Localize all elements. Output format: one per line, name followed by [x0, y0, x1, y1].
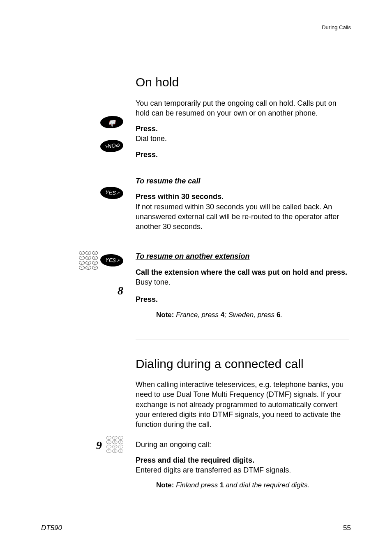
header-section: During Calls: [322, 24, 351, 31]
subhead-resume-other: To resume on another extension: [136, 251, 349, 261]
r-button-icon: 📖R: [41, 116, 123, 128]
keypad-icon: 123 456 789 *0#: [79, 251, 98, 270]
main-content: On hold You can temporarily put the ongo…: [136, 74, 349, 490]
yes-button-icon: YES↗: [100, 253, 124, 267]
resume-other-step1-bold: Call the extension where the call was pu…: [136, 267, 349, 277]
dialing-intro: When calling interactive teleservices, e…: [136, 380, 349, 429]
dialing-text: Entered digits are transferred as DTMF s…: [136, 465, 349, 475]
keypad-icon: 123 456 789 *0#: [106, 436, 123, 453]
note-dialing: Note: Finland press 1 and dial the requi…: [156, 481, 349, 490]
footer-model: DT590: [41, 524, 62, 533]
heading-dialing: Dialing during a connected call: [136, 356, 349, 373]
digit-8-icon: 8: [41, 283, 123, 299]
step-press-1: Press.: [136, 124, 349, 134]
no-button-icon: ↘NO⏻: [41, 140, 123, 152]
resume-bold: Press within 30 seconds.: [136, 192, 349, 202]
dialing-during: During an ongoing call:: [136, 440, 349, 449]
resume-text: If not resumed within 30 seconds you wil…: [136, 202, 349, 232]
resume-other-step2-bold: Press.: [136, 294, 349, 304]
note-resume-other: Note: France, press 4; Sweden, press 6.: [156, 310, 349, 320]
section-divider: [136, 340, 349, 340]
dialing-bold: Press and dial the required digits.: [136, 455, 349, 465]
step-press-2: Press.: [136, 150, 349, 160]
digit-9-keypad-icon: 9 123 456 789 *0#: [41, 436, 123, 455]
on-hold-intro: You can temporarily put the ongoing call…: [136, 98, 349, 118]
resume-other-step1-text: Busy tone.: [136, 277, 349, 287]
heading-on-hold: On hold: [136, 74, 349, 91]
yes-button-icon: YES↗: [41, 187, 123, 199]
step-press-1-text: Dial tone.: [136, 134, 349, 144]
footer-page: 55: [343, 524, 351, 533]
subhead-resume-call: To resume the call: [136, 176, 349, 186]
keypad-yes-icon: 123 456 789 *0# YES↗: [41, 251, 123, 270]
